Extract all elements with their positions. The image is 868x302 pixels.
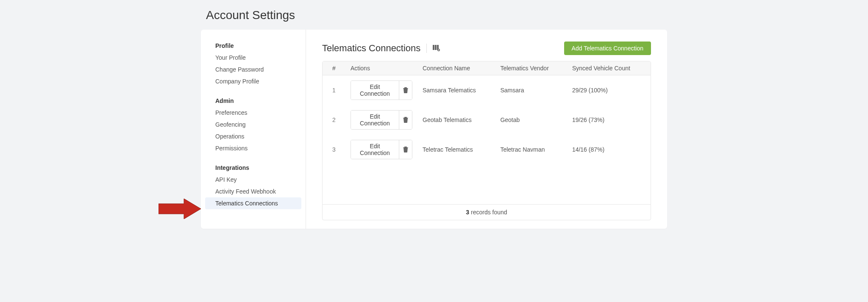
row-num: 2 [323, 105, 345, 135]
sidebar-section-admin: Admin [205, 95, 301, 107]
table-row: 1 Edit Connection Samsara Telematics [323, 75, 651, 105]
cell-connection-name: Geotab Telematics [417, 105, 495, 135]
trash-icon [403, 87, 408, 93]
table-row: 2 Edit Connection Geotab Telematics [323, 105, 651, 135]
settings-card: Profile Your Profile Change Password Com… [201, 30, 667, 229]
cell-vendor: Geotab [495, 105, 567, 135]
sidebar-item-activity-feed-webhook[interactable]: Activity Feed Webhook [205, 186, 301, 197]
col-header-connection-name: Connection Name [417, 61, 495, 75]
sidebar-section-profile: Profile [205, 40, 301, 52]
cell-count: 29/29 (100%) [567, 75, 651, 105]
page-title: Account Settings [102, 0, 766, 30]
sidebar-item-permissions[interactable]: Permissions [205, 142, 301, 154]
cell-count: 14/16 (87%) [567, 135, 651, 164]
row-num: 3 [323, 135, 345, 164]
edit-connection-button[interactable]: Edit Connection [351, 140, 399, 159]
col-header-vendor: Telematics Vendor [495, 61, 567, 75]
panel-title: Telematics Connections [322, 43, 420, 54]
connections-table: # Actions Connection Name Telematics Ven… [323, 61, 651, 164]
connections-table-wrap: # Actions Connection Name Telematics Ven… [322, 61, 651, 220]
table-footer: 3 records found [323, 204, 651, 220]
col-header-count: Synced Vehicle Count [567, 61, 651, 75]
edit-connection-button[interactable]: Edit Connection [351, 111, 399, 129]
sidebar-item-company-profile[interactable]: Company Profile [205, 75, 301, 87]
arrow-annotation-icon [159, 199, 201, 219]
sidebar-item-api-key[interactable]: API Key [205, 174, 301, 186]
columns-settings-icon[interactable] [433, 45, 440, 52]
svg-rect-1 [433, 45, 434, 50]
svg-point-5 [438, 50, 439, 50]
sidebar-item-preferences[interactable]: Preferences [205, 107, 301, 119]
trash-icon [403, 117, 408, 123]
cell-count: 19/26 (73%) [567, 105, 651, 135]
sidebar-item-your-profile[interactable]: Your Profile [205, 52, 301, 64]
svg-marker-0 [159, 199, 201, 219]
cell-connection-name: Teletrac Telematics [417, 135, 495, 164]
sidebar-section-integrations: Integrations [205, 162, 301, 174]
svg-rect-2 [435, 45, 437, 50]
add-telematics-connection-button[interactable]: Add Telematics Connection [564, 42, 651, 55]
content-header: Telematics Connections Add Telematics Co… [322, 42, 651, 55]
cell-connection-name: Samsara Telematics [417, 75, 495, 105]
sidebar: Profile Your Profile Change Password Com… [201, 30, 306, 229]
delete-connection-button[interactable] [399, 111, 412, 129]
header-divider [426, 44, 427, 53]
cell-vendor: Teletrac Navman [495, 135, 567, 164]
records-label: records found [469, 209, 507, 216]
action-group: Edit Connection [351, 110, 412, 130]
trash-icon [403, 147, 408, 152]
content-panel: Telematics Connections Add Telematics Co… [306, 30, 667, 229]
action-group: Edit Connection [351, 140, 412, 159]
edit-connection-button[interactable]: Edit Connection [351, 81, 399, 100]
sidebar-item-geofencing[interactable]: Geofencing [205, 119, 301, 130]
delete-connection-button[interactable] [399, 81, 412, 100]
delete-connection-button[interactable] [399, 140, 412, 159]
row-num: 1 [323, 75, 345, 105]
records-count: 3 [466, 209, 469, 216]
sidebar-item-change-password[interactable]: Change Password [205, 64, 301, 75]
sidebar-item-telematics-connections[interactable]: Telematics Connections [205, 197, 301, 209]
col-header-actions: Actions [345, 61, 417, 75]
table-row: 3 Edit Connection Teletrac Telematics [323, 135, 651, 164]
sidebar-item-operations[interactable]: Operations [205, 130, 301, 142]
cell-vendor: Samsara [495, 75, 567, 105]
action-group: Edit Connection [351, 80, 412, 100]
col-header-num: # [323, 61, 345, 75]
